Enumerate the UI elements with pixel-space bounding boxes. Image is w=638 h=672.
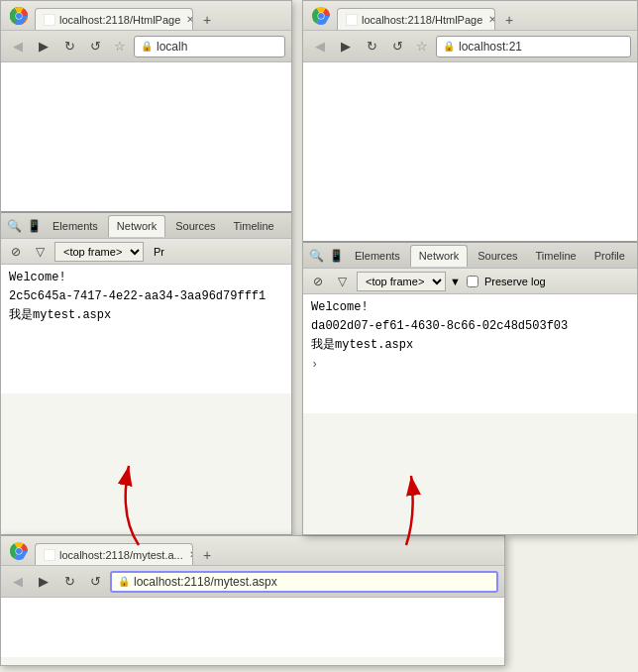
- browser-window-2: localhost:2118/HtmlPage ✕ + ◀ ▶ ↻ ↺ ☆ 🔒 …: [302, 0, 638, 535]
- lock-icon-2: 🔒: [443, 41, 455, 52]
- address-text-2: localhost:21: [459, 40, 522, 54]
- devtools-filter-icon-1[interactable]: ▽: [31, 243, 49, 261]
- devtools-mobile-icon-2[interactable]: 📱: [327, 247, 345, 265]
- tab-favicon-3: [44, 549, 55, 561]
- devtools-console-1: Welcome! 2c5c645a-7417-4e22-aa34-3aa96d7…: [1, 265, 291, 393]
- titlebar-3: localhost:2118/mytest.a... ✕ +: [1, 536, 504, 566]
- devtools-clear-icon-2[interactable]: ⊘: [309, 273, 327, 290]
- address-text-1: localh: [157, 40, 187, 54]
- tab-1[interactable]: localhost:2118/HtmlPage ✕: [35, 8, 193, 30]
- devtools-search-icon-2[interactable]: 🔍: [307, 247, 325, 265]
- new-tab-btn-3[interactable]: +: [197, 545, 217, 565]
- tab-close-3[interactable]: ✕: [189, 549, 193, 560]
- forward-btn-3[interactable]: ▶: [33, 571, 54, 593]
- tab-bar-1: localhost:2118/HtmlPage ✕ +: [35, 1, 283, 30]
- devtools-tab-elements-2[interactable]: Elements: [347, 245, 408, 267]
- tab-close-2[interactable]: ✕: [488, 14, 495, 25]
- console-line-1-0: Welcome!: [9, 269, 283, 287]
- content-area-3: [1, 598, 504, 657]
- frame-select-wrapper-2: <top frame> ▼: [357, 272, 461, 291]
- address-bar-2[interactable]: 🔒 localhost:21: [436, 36, 631, 57]
- devtools-2: 🔍 📱 Elements Network Sources Timeline Pr…: [303, 241, 637, 413]
- devtools-mobile-icon-1[interactable]: 📱: [25, 217, 43, 235]
- devtools-tab-bar-2: 🔍 📱 Elements Network Sources Timeline Pr…: [303, 243, 637, 269]
- forward-btn-2[interactable]: ▶: [335, 36, 357, 57]
- preserve-log-label-2: Preserve log: [484, 276, 546, 287]
- console-line-1-1: 2c5c645a-7417-4e22-aa34-3aa96d79fff1: [9, 287, 283, 306]
- devtools-filter-icon-2[interactable]: ▽: [333, 273, 351, 290]
- svg-point-7: [318, 13, 324, 19]
- devtools-tab-sources-1[interactable]: Sources: [167, 215, 223, 237]
- devtools-tab-profile-2[interactable]: Profile: [586, 245, 633, 267]
- svg-rect-13: [45, 550, 54, 560]
- devtools-tab-timeline-2[interactable]: Timeline: [528, 245, 585, 267]
- star-btn-2[interactable]: ☆: [412, 37, 432, 56]
- toolbar-1: ◀ ▶ ↻ ↺ ☆ 🔒 localh: [1, 31, 291, 62]
- star-btn-1[interactable]: ☆: [110, 37, 130, 56]
- toolbar-2: ◀ ▶ ↻ ↺ ☆ 🔒 localhost:21: [303, 31, 637, 62]
- new-tab-btn-2[interactable]: +: [499, 10, 519, 30]
- console-line-2-0: Welcome!: [311, 298, 629, 317]
- reload-btn-1[interactable]: ↻: [58, 36, 80, 57]
- reload-btn-3[interactable]: ↻: [58, 571, 80, 593]
- devtools-tab-elements-1[interactable]: Elements: [45, 215, 106, 237]
- devtools-search-icon-1[interactable]: 🔍: [5, 217, 23, 235]
- frame-select-1[interactable]: <top frame>: [54, 242, 144, 262]
- svg-rect-9: [347, 15, 357, 25]
- content-area-2: [303, 62, 637, 241]
- reload-btn-2[interactable]: ↻: [361, 36, 382, 57]
- devtools-tab-network-1[interactable]: Network: [108, 215, 165, 237]
- tab-title-1: localhost:2118/HtmlPage: [59, 14, 180, 26]
- browser-logo-2: [311, 6, 331, 26]
- toolbar-3: ◀ ▶ ↻ ↺ 🔒 localhost:2118/mytest.aspx: [1, 566, 504, 598]
- console-line-2-2: 我是mytest.aspx: [311, 336, 629, 355]
- browser-window-1: localhost:2118/HtmlPage ✕ + ◀ ▶ ↻ ↺ ☆ 🔒 …: [0, 0, 292, 535]
- svg-point-3: [16, 13, 22, 19]
- devtools-tab-bar-1: 🔍 📱 Elements Network Sources Timeline: [1, 213, 291, 239]
- titlebar-1: localhost:2118/HtmlPage ✕ +: [1, 1, 291, 31]
- browser-logo-3: [9, 541, 29, 561]
- console-line-2-1: da002d07-ef61-4630-8c66-02c48d503f03: [311, 317, 629, 336]
- titlebar-2: localhost:2118/HtmlPage ✕ +: [303, 1, 637, 31]
- lock-icon-1: 🔒: [141, 41, 153, 52]
- address-text-3: localhost:2118/mytest.aspx: [134, 575, 277, 589]
- browser-logo-1: [9, 6, 29, 26]
- devtools-1: 🔍 📱 Elements Network Sources Timeline ⊘ …: [1, 211, 291, 393]
- devtools-tab-network-2[interactable]: Network: [410, 245, 468, 267]
- back-btn-3[interactable]: ◀: [7, 571, 29, 593]
- tab-title-3: localhost:2118/mytest.a...: [59, 549, 183, 561]
- tab-bar-2: localhost:2118/HtmlPage ✕ +: [337, 1, 629, 30]
- browser-window-3: localhost:2118/mytest.a... ✕ + ◀ ▶ ↻ ↺ 🔒…: [0, 535, 505, 666]
- address-bar-3[interactable]: 🔒 localhost:2118/mytest.aspx: [110, 571, 498, 593]
- devtools-tab-sources-2[interactable]: Sources: [470, 245, 525, 267]
- home-btn-2[interactable]: ↺: [386, 36, 408, 57]
- preserve-log-text-1: Pr: [154, 246, 164, 258]
- lock-icon-3: 🔒: [118, 576, 130, 587]
- tab-favicon-2: [346, 14, 358, 26]
- devtools-toolbar-2: ⊘ ▽ <top frame> ▼ Preserve log: [303, 269, 637, 294]
- tab-close-1[interactable]: ✕: [186, 14, 193, 25]
- tab-favicon-1: [44, 14, 55, 26]
- svg-rect-5: [45, 15, 54, 25]
- back-btn-2[interactable]: ◀: [309, 36, 331, 57]
- devtools-console-2: Welcome! da002d07-ef61-4630-8c66-02c48d5…: [303, 294, 637, 413]
- dropdown-arrow-2: ▼: [450, 276, 461, 287]
- preserve-log-checkbox-2[interactable]: [467, 276, 478, 287]
- frame-select-2[interactable]: <top frame>: [357, 272, 446, 291]
- devtools-toolbar-1: ⊘ ▽ <top frame> Pr: [1, 239, 291, 265]
- new-tab-btn-1[interactable]: +: [197, 10, 217, 30]
- forward-btn-1[interactable]: ▶: [33, 36, 54, 57]
- tab-3[interactable]: localhost:2118/mytest.a... ✕: [35, 543, 193, 565]
- devtools-tab-timeline-1[interactable]: Timeline: [226, 215, 282, 237]
- content-area-1: [1, 62, 291, 211]
- frame-select-wrapper-1: <top frame>: [54, 242, 144, 262]
- tab-2[interactable]: localhost:2118/HtmlPage ✕: [337, 8, 495, 30]
- address-bar-1[interactable]: 🔒 localh: [134, 36, 285, 57]
- devtools-clear-icon-1[interactable]: ⊘: [7, 243, 25, 261]
- home-btn-3[interactable]: ↺: [84, 571, 106, 593]
- console-arrow-2: ›: [311, 356, 629, 375]
- tab-bar-3: localhost:2118/mytest.a... ✕ +: [35, 536, 496, 565]
- home-btn-1[interactable]: ↺: [84, 36, 106, 57]
- back-btn-1[interactable]: ◀: [7, 36, 29, 57]
- svg-point-11: [16, 548, 22, 554]
